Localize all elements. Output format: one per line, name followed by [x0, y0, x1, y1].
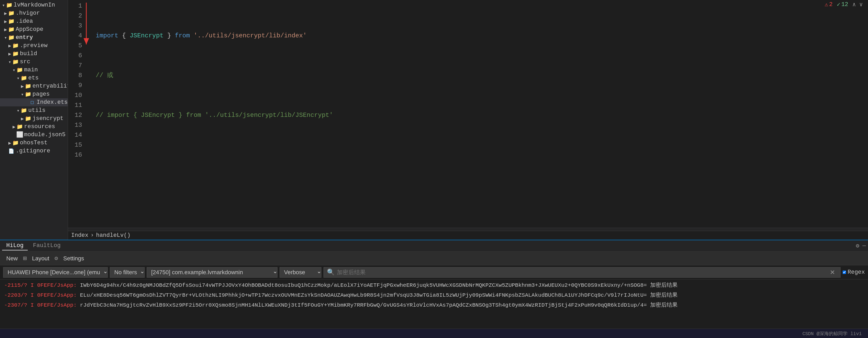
code-editor-area: ⚠ 2 ✓ 12 ∧ ∨: [68, 0, 868, 240]
horizontal-scrollbar[interactable]: [68, 228, 868, 231]
search-input[interactable]: [337, 269, 826, 275]
folder-icon: 📁: [25, 92, 31, 97]
sidebar-item-label: entry: [16, 34, 33, 41]
sidebar-item-label: pages: [32, 91, 50, 98]
sidebar-item-jsencrypt[interactable]: ▶ 📁 jsencrypt: [0, 114, 68, 123]
sidebar-item-build[interactable]: ▶ 📁 build: [0, 50, 68, 58]
sidebar-item-ets[interactable]: ▾ 📁 ets: [0, 74, 68, 82]
sidebar-item-resources[interactable]: ▶ 📁 resources: [0, 123, 68, 131]
sidebar-item-label: resources: [24, 124, 55, 130]
sidebar-item-utils[interactable]: ▾ 📁 utils: [0, 106, 68, 114]
sidebar-item-entryability[interactable]: ▶ 📁 entryability: [0, 82, 68, 90]
sidebar-item-index-ets[interactable]: ◻ Index.ets: [0, 98, 68, 106]
log-text-3: rJdYEbC3cNa7HSgjtcRvZvHlB9XxSz9PF2i5Orr0…: [80, 302, 678, 308]
sidebar-item-main[interactable]: ▾ 📁 main: [0, 66, 68, 74]
tab-hilog[interactable]: HiLog: [2, 241, 28, 250]
regex-label-text: Regex: [847, 269, 865, 275]
device-select[interactable]: HUAWEI Phone [Device...one] (emulator-55…: [3, 267, 108, 278]
toolbar-gear-icon: ⚙: [55, 255, 58, 262]
folder-icon: 📁: [12, 51, 18, 57]
sidebar-item-module-json5[interactable]: ⬜ module.json5: [0, 131, 68, 139]
panel-tabs: HiLog FaultLog ⚙ —: [0, 240, 868, 252]
sidebar-item-project[interactable]: ▾ 📁 lvMarkdownIn: [0, 1, 68, 9]
code-text: // 或: [96, 71, 113, 80]
code-line-1: import { JSEncrypt } from '../utils/jsen…: [89, 31, 868, 41]
folder-icon: 📁: [6, 2, 12, 8]
sidebar-item-src[interactable]: ▾ 📁 src: [0, 58, 68, 66]
clear-search-button[interactable]: ✕: [828, 269, 837, 276]
folder-icon: 📁: [17, 67, 23, 73]
layout-button[interactable]: Layout: [29, 254, 52, 263]
error-count-badge: ⚠ 2: [825, 1, 832, 8]
sidebar-item-idea[interactable]: ▶ 📁 .idea: [0, 17, 68, 25]
sidebar-item-entry[interactable]: ▾ 📁 entry: [0, 33, 68, 41]
new-button[interactable]: New: [3, 254, 21, 263]
breadcrumb-separator: ›: [91, 232, 94, 239]
main-layout: ▾ 📁 lvMarkdownIn ▶ 📁 .hvigor ▶ 📁 .idea ▶…: [0, 0, 868, 338]
folder-icon: 📁: [25, 116, 31, 122]
folder-icon: 📁: [8, 19, 14, 24]
filter-bar: HUAWEI Phone [Device...one] (emulator-55…: [0, 265, 868, 279]
folder-icon: 📁: [25, 83, 31, 89]
editor-area: ▾ 📁 lvMarkdownIn ▶ 📁 .hvigor ▶ 📁 .idea ▶…: [0, 0, 868, 240]
breadcrumb-handle: handleLv(): [96, 232, 130, 239]
sidebar-item-label: module.json5: [24, 132, 65, 138]
json-file-icon: ⬜: [17, 132, 23, 138]
log-prefix-2: -2203/? I 0FEFE/JsApp:: [4, 292, 76, 298]
code-line-3: // import { JSEncrypt } from '../utils/j…: [89, 110, 868, 120]
sidebar-item-ohostest[interactable]: ▶ 📁 ohosTest: [0, 139, 68, 147]
watermark-text: CSDN @深海的鲸同学 livi: [802, 330, 862, 337]
tab-faultlog[interactable]: FaultLog: [29, 241, 65, 250]
sidebar-item-preview[interactable]: ▶ 📁 .preview: [0, 41, 68, 50]
log-text-1: IWbY6D4g94hx/C4h9z0gNMJOBdZfQ5DfsSoui74v…: [80, 282, 678, 288]
breadcrumb-index: Index: [71, 232, 88, 239]
folder-icon: 📁: [8, 35, 14, 40]
settings-icon[interactable]: ⚙: [856, 242, 859, 249]
code-editor[interactable]: 1 2 3 4 5 6 7 8 9 10 11 12 13 14 15 16: [68, 0, 868, 228]
folder-icon: 📁: [12, 140, 18, 146]
toolbar-divider: ⊞: [23, 255, 27, 262]
folder-icon: 📁: [8, 10, 14, 16]
code-line-4: [89, 150, 868, 160]
line-numbers: 1 2 3 4 5 6 7 8 9 10 11 12 13 14 15 16: [68, 0, 86, 228]
breadcrumb-bar: Index › handleLv(): [68, 231, 868, 240]
panel-close-btn[interactable]: —: [863, 243, 866, 249]
sidebar-item-hvigor[interactable]: ▶ 📁 .hvigor: [0, 9, 68, 17]
sidebar-item-label: entryability: [32, 83, 68, 90]
verbose-select[interactable]: Verbose: [280, 267, 321, 278]
regex-toggle[interactable]: Regex: [843, 269, 865, 275]
folder-icon: 📁: [21, 75, 27, 81]
sidebar-item-label: jsencrypt: [32, 115, 64, 122]
watermark-bar: CSDN @深海的鲸同学 livi: [0, 329, 868, 338]
log-line-2: -2203/? I 0FEFE/JsApp: ELu/xHE8Desq56WT6…: [0, 291, 868, 300]
sidebar-item-pages[interactable]: ▾ 📁 pages: [0, 90, 68, 98]
bottom-panel: HiLog FaultLog ⚙ — New ⊞ Layout ⚙ Settin…: [0, 240, 868, 329]
folder-icon: 📁: [12, 59, 18, 65]
sidebar-item-appscope[interactable]: ▶ 📁 AppScope: [0, 25, 68, 33]
regex-checkbox[interactable]: [843, 271, 846, 274]
sidebar-item-label: .gitignore: [16, 148, 50, 154]
sidebar-item-label: ohosTest: [20, 140, 48, 146]
search-box: 🔍 ✕: [323, 267, 841, 278]
warning-count-badge: ✓ 12: [837, 1, 848, 8]
code-text: // import { JSEncrypt } from '../utils/j…: [96, 110, 333, 120]
log-prefix-3: -2307/? I 0FEFE/JsApp:: [4, 302, 76, 308]
log-text-2: ELu/xHE8Desq56WT6gmOsDhlZVT7QyrBr+VLOthz…: [80, 292, 678, 298]
sidebar-item-gitignore[interactable]: 📄 .gitignore: [0, 147, 68, 155]
code-line-2: // 或: [89, 71, 868, 80]
code-text: [96, 190, 99, 200]
sidebar-item-label: ets: [28, 75, 39, 81]
folder-icon: 📁: [8, 27, 14, 32]
pid-select[interactable]: [24750] com.example.lvmarkdownin: [147, 267, 277, 278]
code-content[interactable]: import { JSEncrypt } from '../utils/jsen…: [86, 0, 868, 228]
filter-select[interactable]: No filters: [110, 267, 145, 278]
code-text: [96, 150, 99, 160]
log-prefix-1: -2115/? I 0FEFE/JsApp:: [4, 282, 76, 288]
code-line-5: [89, 190, 868, 200]
panel-toolbar: New ⊞ Layout ⚙ Settings: [0, 252, 868, 265]
folder-icon: 📁: [17, 124, 23, 130]
expand-collapse-btn[interactable]: ∧ ∨: [852, 1, 863, 8]
settings-button[interactable]: Settings: [60, 254, 87, 263]
sidebar-item-label: Index.ets: [37, 99, 68, 106]
code-text: import { JSEncrypt } from '../utils/jsen…: [96, 31, 307, 41]
